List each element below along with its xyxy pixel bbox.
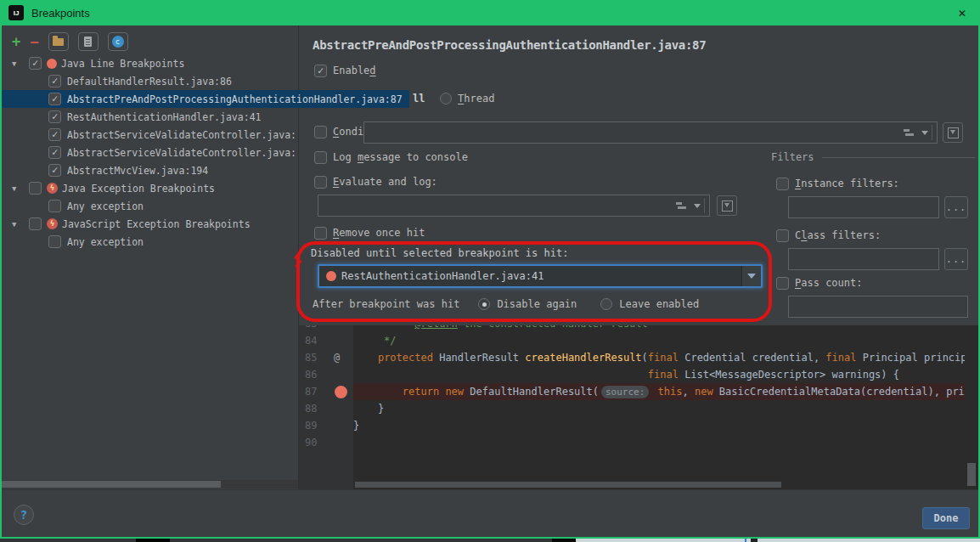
dependent-breakpoint-combobox[interactable]: RestAuthenticationHandler.java:41 <box>318 264 763 288</box>
tree-item-label: AbstractPreAndPostProcessingAuthenticati… <box>67 93 403 105</box>
breakpoints-tree: ▼✓Java Line Breakpoints✓DefaultHandlerRe… <box>0 54 298 480</box>
disable-again-label: Disable again <box>497 298 577 310</box>
tree-expand-arrow-icon[interactable]: ▼ <box>12 184 29 193</box>
tree-item-checkbox[interactable]: ✓ <box>48 164 61 177</box>
tree-hscrollbar-thumb[interactable] <box>2 481 221 488</box>
tree-group-row[interactable]: ▼ϟJava Exception Breakpoints <box>0 179 298 197</box>
tree-item-row[interactable]: Any exception <box>0 233 298 251</box>
expand-multiline-icon[interactable] <box>904 128 914 138</box>
tree-group-row[interactable]: ▼✓Java Line Breakpoints <box>0 54 298 72</box>
filters-separator <box>822 157 975 158</box>
class-filters-label: Class filters: <box>795 229 881 241</box>
code-line: final List<MessageDescriptor> warnings) … <box>353 366 965 383</box>
breakpoint-dot-icon[interactable] <box>335 386 347 398</box>
enabled-checkbox[interactable]: ✓ <box>314 65 327 77</box>
combobox-arrow-button[interactable] <box>741 266 761 286</box>
log-message-label: Log message to console <box>333 151 468 163</box>
editor-line-number: 83 <box>299 325 353 332</box>
combobox-value: RestAuthenticationHandler.java:41 <box>341 270 544 282</box>
evaluate-input[interactable] <box>318 195 710 217</box>
condition-open-editor-button[interactable] <box>943 122 963 143</box>
open-in-editor-icon <box>722 200 733 212</box>
code-line: } <box>353 400 965 417</box>
tree-item-label: RestAuthenticationHandler.java:41 <box>67 111 261 123</box>
taskbar-segment <box>552 539 576 542</box>
class-icon: c <box>112 36 124 48</box>
window-title: Breakpoints <box>31 7 90 20</box>
tree-item-checkbox[interactable]: ✓ <box>48 110 61 123</box>
group-by-class-button[interactable]: c <box>108 32 128 51</box>
group-by-file-button[interactable] <box>78 32 99 51</box>
done-button[interactable]: Done <box>922 507 970 529</box>
history-dropdown-icon[interactable] <box>694 204 701 208</box>
tree-item-row[interactable]: ✓AbstractServiceValidateController.java: <box>0 144 298 161</box>
instance-filters-input[interactable] <box>788 196 939 218</box>
instance-filters-more-button[interactable]: ... <box>944 196 968 218</box>
tree-hscrollbar <box>0 480 298 488</box>
tree-selected-row[interactable]: ✓ AbstractPreAndPostProcessingAuthentica… <box>0 90 409 108</box>
after-hit-label: After breakpoint was hit <box>313 298 459 310</box>
leave-enabled-label: Leave enabled <box>619 298 699 310</box>
condition-checkbox[interactable] <box>314 126 327 138</box>
tree-item-checkbox[interactable]: ✓ <box>48 128 61 141</box>
tree-group-checkbox[interactable] <box>29 182 42 195</box>
enabled-row: ✓ Enabled <box>314 64 376 77</box>
expand-multiline-icon[interactable] <box>676 201 686 211</box>
remove-once-hit-checkbox[interactable] <box>314 227 327 240</box>
breakpoint-title: AbstractPreAndPostProcessingAuthenticati… <box>313 38 706 52</box>
class-filters-more-button[interactable]: ... <box>944 248 968 270</box>
evaluate-checkbox[interactable] <box>314 176 327 189</box>
tree-item-row[interactable]: Any exception <box>0 197 298 215</box>
intellij-logo-icon: IJ <box>8 5 24 20</box>
tree-item-checkbox[interactable]: ✓ <box>48 93 61 105</box>
class-filters-input[interactable] <box>788 248 939 270</box>
instance-filters-checkbox[interactable] <box>776 178 789 190</box>
breakpoint-dot-icon <box>326 271 336 281</box>
breakpoint-dot-icon <box>47 59 57 69</box>
code-line <box>353 434 965 451</box>
class-filters-checkbox[interactable] <box>776 229 789 242</box>
history-dropdown-icon[interactable] <box>921 131 928 135</box>
tree-item-checkbox[interactable] <box>48 200 61 212</box>
pass-count-checkbox[interactable] <box>776 277 789 290</box>
log-message-checkbox[interactable] <box>314 151 327 164</box>
tree-item-row[interactable]: ✓DefaultHandlerResult.java:86 <box>0 72 298 90</box>
taskbar-glyph <box>751 539 758 542</box>
tree-group-row[interactable]: ▼ϟJavaScript Exception Breakpoints <box>0 215 298 233</box>
tree-item-row[interactable]: ✓AbstractServiceValidateController.java: <box>0 126 298 144</box>
close-button[interactable]: ✕ <box>953 3 972 22</box>
pass-count-input[interactable] <box>788 296 968 318</box>
tree-expand-arrow-icon[interactable]: ▼ <box>12 59 29 68</box>
thread-radio[interactable] <box>440 93 452 104</box>
disable-again-radio[interactable] <box>478 298 490 310</box>
add-breakpoint-button[interactable]: + <box>12 33 20 50</box>
remove-breakpoint-button[interactable]: − <box>30 33 38 50</box>
log-message-row: Log message to console <box>314 150 468 164</box>
leave-enabled-radio[interactable] <box>600 298 612 310</box>
tree-item-checkbox[interactable]: ✓ <box>48 146 61 159</box>
condition-input[interactable] <box>363 121 938 144</box>
editor-vscrollbar-thumb[interactable] <box>967 463 976 486</box>
code-line: * @return the constructed handler result <box>353 325 965 332</box>
tree-group-checkbox[interactable] <box>29 217 42 230</box>
editor-line-number: 84 <box>299 332 353 349</box>
tree-item-row[interactable]: ✓RestAuthenticationHandler.java:41 <box>0 108 298 126</box>
taskbar-caret <box>745 539 746 542</box>
tree-item-checkbox[interactable] <box>48 235 61 248</box>
evaluate-open-editor-button[interactable] <box>717 195 737 216</box>
tree-group-label: Java Line Breakpoints <box>61 58 184 70</box>
help-button[interactable]: ? <box>14 505 34 525</box>
group-by-package-button[interactable] <box>48 32 69 51</box>
tree-item-label: AbstractMvcView.java:194 <box>67 165 208 177</box>
editor-line-number: 86 <box>299 366 353 383</box>
tree-item-row[interactable]: ✓AbstractMvcView.java:194 <box>0 161 298 179</box>
breakpoints-toolbar: + − c <box>12 31 128 53</box>
instance-filters-label: Instance filters: <box>795 178 899 189</box>
editor-line-number: 88 <box>299 400 353 417</box>
editor-gutter[interactable]: 8384858687888990@ <box>299 325 353 489</box>
tree-expand-arrow-icon[interactable]: ▼ <box>12 220 29 229</box>
editor-line-number: 89 <box>299 417 353 434</box>
tree-item-checkbox[interactable]: ✓ <box>48 75 61 88</box>
editor-hscrollbar-thumb[interactable] <box>355 482 781 488</box>
tree-group-checkbox[interactable]: ✓ <box>29 57 42 70</box>
